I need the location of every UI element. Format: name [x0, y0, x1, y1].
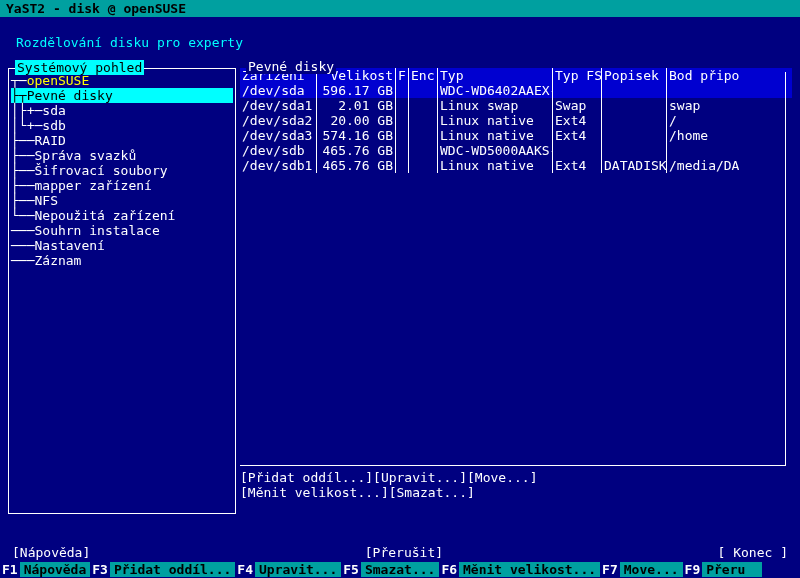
- cell-mount: /media/DA: [667, 158, 739, 173]
- fkey-f1[interactable]: F1Nápověda: [0, 561, 90, 578]
- tree-item[interactable]: ├──Správa svazků: [11, 148, 233, 163]
- table-body[interactable]: /dev/sda596.17 GBWDC-WD6402AAEX-0/dev/sd…: [240, 83, 792, 173]
- cell-typ: Linux swap: [438, 98, 552, 113]
- tree-item[interactable]: ├┬Pevné disky: [11, 88, 233, 103]
- cell-enc: [409, 83, 437, 98]
- cell-device: /dev/sda3: [240, 128, 316, 143]
- tree-item[interactable]: └──Nepoužitá zařízení: [11, 208, 233, 223]
- fkey-f5[interactable]: F5Smazat...: [341, 561, 439, 578]
- tree-item[interactable]: ├──NFS: [11, 193, 233, 208]
- cell-f: [396, 98, 408, 113]
- cell-typ: Linux native: [438, 128, 552, 143]
- cell-label: [602, 83, 666, 98]
- col-typ: Typ: [438, 68, 552, 83]
- cell-fs: Ext4: [553, 113, 601, 128]
- cell-size: 2.01 GB: [317, 98, 395, 113]
- cell-enc: [409, 98, 437, 113]
- cell-f: [396, 128, 408, 143]
- action-bar: [Přidat oddíl...][Upravit...][Move...] […: [240, 468, 792, 500]
- help-button[interactable]: [Nápověda]: [12, 545, 90, 561]
- tree-item[interactable]: ├──RAID: [11, 133, 233, 148]
- cell-mount: [667, 143, 739, 158]
- abort-button[interactable]: [Přerušit]: [365, 545, 443, 561]
- fkey-f4[interactable]: F4Upravit...: [235, 561, 341, 578]
- delete-button[interactable]: [Smazat...]: [389, 485, 475, 500]
- tree-item[interactable]: ───Nastavení: [11, 238, 233, 253]
- col-mount: Bod připo: [667, 68, 739, 83]
- fkey-f9[interactable]: F9Přeru: [683, 561, 763, 578]
- cell-size: 465.76 GB: [317, 143, 395, 158]
- page-title: Rozdělování disku pro experty: [0, 17, 800, 60]
- table-row[interactable]: /dev/sda220.00 GBLinux nativeExt4/: [240, 113, 792, 128]
- right-panel: Pevné disky ZařízeníVelikostFEncTypTyp F…: [240, 68, 792, 514]
- move-button[interactable]: [Move...]: [467, 470, 537, 485]
- cell-size: 20.00 GB: [317, 113, 395, 128]
- cell-f: [396, 143, 408, 158]
- cell-label: [602, 113, 666, 128]
- tree-legend: Systémový pohled: [15, 60, 144, 75]
- cell-typ: Linux native: [438, 113, 552, 128]
- cell-label: [602, 128, 666, 143]
- cell-size: 596.17 GB: [317, 83, 395, 98]
- function-key-bar: F1NápovědaF3Přidat oddíl...F4Upravit...F…: [0, 561, 800, 578]
- add-partition-button[interactable]: [Přidat oddíl...]: [240, 470, 373, 485]
- cell-enc: [409, 143, 437, 158]
- cell-label: DATADISK: [602, 158, 666, 173]
- cell-f: [396, 83, 408, 98]
- table-row[interactable]: /dev/sda596.17 GBWDC-WD6402AAEX-0: [240, 83, 792, 98]
- finish-button[interactable]: [ Konec ]: [718, 545, 788, 561]
- table-bottom-border: [240, 465, 786, 466]
- col-fs: Typ FS: [553, 68, 601, 83]
- col-enc: Enc: [409, 68, 437, 83]
- fkey-f6[interactable]: F6Měnit velikost...: [439, 561, 600, 578]
- tree-item[interactable]: ┬─openSUSE: [11, 73, 233, 88]
- cell-device: /dev/sdb1: [240, 158, 316, 173]
- table-right-border: [785, 72, 786, 466]
- cell-typ: WDC-WD6402AAEX-0: [438, 83, 552, 98]
- edit-button[interactable]: [Upravit...]: [373, 470, 467, 485]
- cell-fs: [553, 143, 601, 158]
- cell-enc: [409, 158, 437, 173]
- cell-size: 574.16 GB: [317, 128, 395, 143]
- tree-item[interactable]: ├──Šifrovací soubory: [11, 163, 233, 178]
- resize-button[interactable]: [Měnit velikost...]: [240, 485, 389, 500]
- col-label: Popisek: [602, 68, 666, 83]
- tree-item[interactable]: │└+─sdb: [11, 118, 233, 133]
- cell-f: [396, 158, 408, 173]
- table-row[interactable]: /dev/sda3574.16 GBLinux nativeExt4/home: [240, 128, 792, 143]
- cell-enc: [409, 128, 437, 143]
- cell-typ: Linux native: [438, 158, 552, 173]
- main-area: Systémový pohled ┬─openSUSE ├┬Pevné disk…: [0, 60, 800, 514]
- fkey-f7[interactable]: F7Move...: [600, 561, 682, 578]
- cell-fs: [553, 83, 601, 98]
- title-bar: YaST2 - disk @ openSUSE: [0, 0, 800, 17]
- cell-mount: /home: [667, 128, 739, 143]
- table-row[interactable]: /dev/sda12.01 GBLinux swapSwapswap: [240, 98, 792, 113]
- cell-fs: Ext4: [553, 158, 601, 173]
- cell-size: 465.76 GB: [317, 158, 395, 173]
- cell-device: /dev/sda: [240, 83, 316, 98]
- tree-item[interactable]: ├──mapper zařízení: [11, 178, 233, 193]
- tree-item[interactable]: ───Záznam: [11, 253, 233, 268]
- cell-device: /dev/sda1: [240, 98, 316, 113]
- cell-mount: [667, 83, 739, 98]
- cell-device: /dev/sdb: [240, 143, 316, 158]
- col-f: F: [396, 68, 408, 83]
- table-row[interactable]: /dev/sdb465.76 GBWDC-WD5000AAKS-0: [240, 143, 792, 158]
- disk-table-panel: Pevné disky ZařízeníVelikostFEncTypTyp F…: [240, 68, 792, 468]
- system-view-panel: Systémový pohled ┬─openSUSE ├┬Pevné disk…: [8, 68, 236, 514]
- table-row[interactable]: /dev/sdb1465.76 GBLinux nativeExt4DATADI…: [240, 158, 792, 173]
- cell-device: /dev/sda2: [240, 113, 316, 128]
- cell-label: [602, 143, 666, 158]
- table-legend: Pevné disky: [246, 59, 336, 74]
- tree-item[interactable]: │├+─sda: [11, 103, 233, 118]
- cell-f: [396, 113, 408, 128]
- cell-mount: /: [667, 113, 739, 128]
- cell-fs: Ext4: [553, 128, 601, 143]
- fkey-f3[interactable]: F3Přidat oddíl...: [90, 561, 235, 578]
- cell-mount: swap: [667, 98, 739, 113]
- tree-item[interactable]: ───Souhrn instalace: [11, 223, 233, 238]
- cell-label: [602, 98, 666, 113]
- title-text: YaST2 - disk @ openSUSE: [6, 1, 186, 16]
- system-tree[interactable]: ┬─openSUSE ├┬Pevné disky │├+─sda │└+─sdb…: [9, 69, 235, 268]
